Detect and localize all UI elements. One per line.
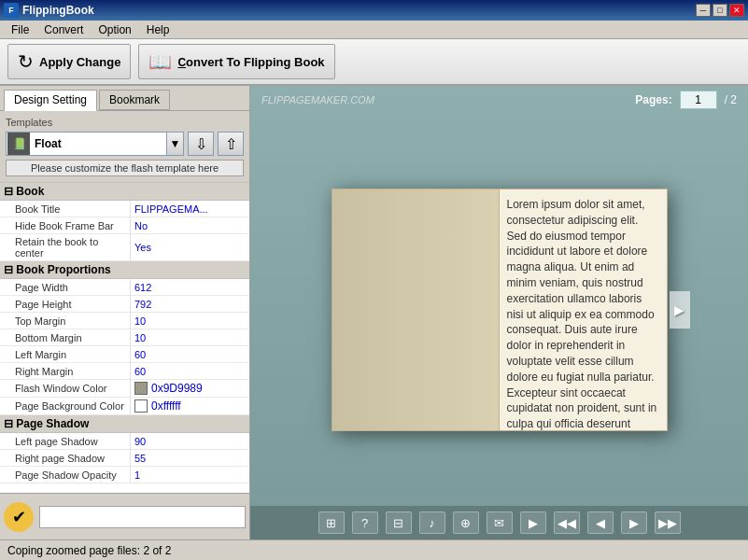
template-import-button[interactable]: ⇩ — [188, 132, 214, 156]
templates-label: Templates — [6, 117, 244, 128]
prop-label-shadow-opacity: Page Shadow Opacity — [0, 467, 131, 483]
shadow-expand: ⊟ — [4, 417, 16, 430]
titlebar-left: F FlippingBook — [4, 3, 94, 18]
app-title: FlippingBook — [22, 4, 94, 17]
titlebar-controls: ─ □ ✕ — [696, 4, 744, 17]
prop-value-page-width: 612 — [131, 279, 249, 295]
flash-color-swatch — [134, 382, 148, 395]
template-export-button[interactable]: ⇧ — [218, 132, 244, 156]
prop-right-margin[interactable]: Right Margin 60 — [0, 363, 249, 380]
menu-option[interactable]: Option — [91, 21, 138, 38]
prop-left-margin[interactable]: Left Margin 60 — [0, 346, 249, 363]
tool-email-button[interactable]: ✉ — [487, 511, 513, 534]
prop-label-left-shadow: Left page Shadow — [0, 433, 131, 449]
prop-page-width[interactable]: Page Width 612 — [0, 279, 249, 296]
tool-first-button[interactable]: ◀◀ — [554, 511, 580, 534]
tool-zoom-button[interactable]: ⊕ — [453, 511, 479, 534]
page-total: / 2 — [725, 93, 737, 106]
book-group-header[interactable]: ⊟ Book — [0, 183, 249, 201]
tool-next-button[interactable]: ▶ — [621, 511, 647, 534]
prop-value-flash-color: 0x9D9989 — [131, 380, 249, 397]
prop-value-left-shadow: 90 — [131, 433, 249, 449]
prop-value-book-title: FLIPPAGEMA... — [131, 201, 249, 217]
prop-shadow-opacity[interactable]: Page Shadow Opacity 1 — [0, 467, 249, 483]
prop-label-hide-frame: Hide Book Frame Bar — [0, 217, 131, 233]
prop-retain-center[interactable]: Retain the book to center Yes — [0, 234, 249, 261]
prop-label-page-bg-color: Page Background Color — [0, 398, 131, 414]
menu-file[interactable]: File — [4, 21, 36, 38]
tool-audio-button[interactable]: ♪ — [419, 511, 445, 534]
page-number-input[interactable] — [680, 91, 717, 109]
prop-value-retain-center: Yes — [131, 234, 249, 260]
progress-bar — [39, 506, 246, 528]
page-bg-color-swatch — [134, 399, 148, 413]
convert-label: Convert To Flipping Book — [177, 55, 324, 69]
apply-icon: ↻ — [18, 50, 34, 73]
prop-left-shadow[interactable]: Left page Shadow 90 — [0, 433, 249, 450]
proportions-group-header[interactable]: ⊟ Book Proportions — [0, 261, 249, 279]
template-dropdown-arrow[interactable]: ▼ — [166, 133, 183, 155]
prop-label-right-margin: Right Margin — [0, 363, 131, 379]
shadow-group-header[interactable]: ⊟ Page Shadow — [0, 415, 249, 433]
prop-top-margin[interactable]: Top Margin 10 — [0, 313, 249, 329]
apply-change-button[interactable]: ↻ Apply Change — [7, 44, 131, 79]
tab-bookmark[interactable]: Bookmark — [99, 90, 170, 110]
prop-label-bottom-margin: Bottom Margin — [0, 329, 131, 345]
maximize-button[interactable]: □ — [713, 4, 727, 17]
preview-header: FLIPPAGEMAKER.COM Pages: / 2 — [250, 86, 748, 114]
tab-design[interactable]: Design Setting — [4, 90, 97, 111]
properties-container: ⊟ Book Book Title FLIPPAGEMA... Hide Boo… — [0, 183, 249, 493]
book-group-expand: ⊟ — [4, 185, 16, 198]
toolbar: ↻ Apply Change 📖 Convert To Flipping Boo… — [0, 39, 748, 86]
titlebar: F FlippingBook ─ □ ✕ — [0, 0, 748, 21]
template-selector[interactable]: 📗 Float ▼ — [6, 132, 184, 156]
template-book-icon: 📗 — [7, 133, 30, 155]
book-right-page: Lorem ipsum dolor sit amet, consectetur … — [500, 189, 668, 431]
prop-bottom-margin[interactable]: Bottom Margin 10 — [0, 329, 249, 346]
tool-grid-button[interactable]: ⊟ — [386, 511, 412, 534]
tool-help-button[interactable]: ? — [352, 511, 378, 534]
minimize-button[interactable]: ─ — [696, 4, 711, 17]
prop-value-shadow-opacity: 1 — [131, 467, 249, 483]
prop-value-hide-frame: No — [131, 217, 249, 233]
tool-last-button[interactable]: ▶▶ — [655, 511, 681, 534]
prop-label-page-height: Page Height — [0, 296, 131, 312]
menubar: File Convert Option Help — [0, 21, 748, 39]
book-spread: Lorem ipsum dolor sit amet, consectetur … — [332, 189, 668, 431]
convert-icon: 📖 — [148, 50, 172, 73]
left-panel: Design Setting Bookmark Templates 📗 Floa… — [0, 86, 250, 539]
prop-right-shadow[interactable]: Right page Shadow 55 — [0, 450, 249, 467]
close-button[interactable]: ✕ — [729, 4, 744, 17]
prop-flash-window-color[interactable]: Flash Window Color 0x9D9989 — [0, 380, 249, 398]
tool-play-button[interactable]: ▶ — [520, 511, 546, 534]
apply-label: Apply Change — [39, 55, 120, 69]
menu-convert[interactable]: Convert — [36, 21, 91, 38]
statusbar-text: Coping zoomed page files: 2 of 2 — [7, 544, 171, 557]
prop-value-bottom-margin: 10 — [131, 329, 249, 345]
prop-value-top-margin: 10 — [131, 313, 249, 329]
prop-label-left-margin: Left Margin — [0, 346, 131, 362]
menu-help[interactable]: Help — [139, 21, 177, 38]
tool-prev-button[interactable]: ◀ — [587, 511, 614, 534]
convert-button[interactable]: 📖 Convert To Flipping Book — [138, 44, 334, 79]
left-bottom: ✔ — [0, 493, 249, 539]
prop-value-right-shadow: 55 — [131, 450, 249, 466]
tool-layout-button[interactable]: ⊞ — [318, 511, 345, 534]
prop-page-height[interactable]: Page Height 792 — [0, 296, 249, 313]
template-row: 📗 Float ▼ ⇩ ⇧ — [6, 132, 244, 156]
prop-label-page-width: Page Width — [0, 279, 131, 295]
prop-page-bg-color[interactable]: Page Background Color 0xffffff — [0, 398, 249, 415]
prop-value-right-margin: 60 — [131, 363, 249, 379]
prop-value-left-margin: 60 — [131, 346, 249, 362]
customize-label: Please customize the flash template here — [6, 160, 244, 176]
site-label: FLIPPAGEMAKER.COM — [261, 94, 374, 105]
next-page-arrow[interactable]: ▶ — [670, 291, 690, 329]
app-icon: F — [4, 3, 19, 18]
tabs-bar: Design Setting Bookmark — [0, 86, 249, 111]
prop-hide-frame[interactable]: Hide Book Frame Bar No — [0, 217, 249, 234]
templates-section: Templates 📗 Float ▼ ⇩ ⇧ Please customize… — [0, 111, 249, 183]
prop-label-right-shadow: Right page Shadow — [0, 450, 131, 466]
status-icon: ✔ — [4, 502, 34, 532]
proportions-expand: ⊟ — [4, 263, 16, 276]
prop-book-title[interactable]: Book Title FLIPPAGEMA... — [0, 201, 249, 217]
